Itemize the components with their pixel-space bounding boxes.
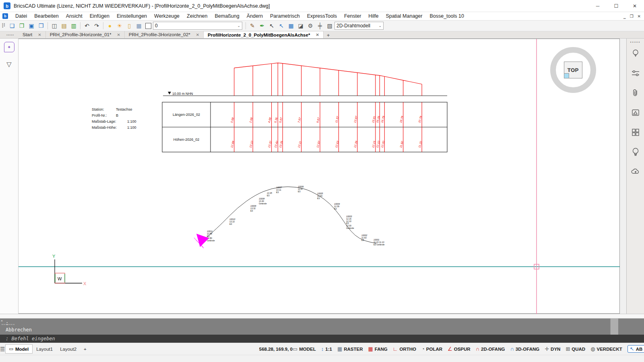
toggle-verdeckt[interactable]: ◍VERDECKT <box>590 346 622 352</box>
toggle-fang[interactable]: ▦FANG <box>368 346 387 352</box>
command-history-panel[interactable]: ✕ ••••••• : Abbrechen <box>0 319 644 335</box>
menu-spatial-manager[interactable]: Spatial Manager <box>382 12 426 20</box>
toggle-1-1[interactable]: ↕1:1 <box>321 346 332 352</box>
view-navigation-wheel[interactable]: TOP <box>550 47 596 93</box>
plan-point-annotation: E3 <box>267 194 269 197</box>
doc-tab[interactable]: PRH_2Profile-3Horizonte_02*✕ <box>125 31 204 38</box>
hatch-icon[interactable]: ◪ <box>296 21 305 30</box>
toggle-polar[interactable]: ◔POLAR <box>421 346 442 352</box>
toggle-quad[interactable]: ⊞QUAD <box>566 346 585 352</box>
attachments-paperclip-icon[interactable] <box>630 87 642 99</box>
menu-expresstools[interactable]: ExpressTools <box>303 12 341 20</box>
mdi-restore-icon[interactable]: ❐ <box>630 14 634 19</box>
layer-dropdown[interactable]: 0⌄ <box>153 22 242 30</box>
layer-print-icon[interactable]: ▦ <box>134 21 143 30</box>
menu-einstellungen[interactable]: Einstellungen <box>113 12 151 20</box>
menu-bearbeiten[interactable]: Bearbeiten <box>31 12 62 20</box>
layer-lock-icon[interactable]: ▯ <box>125 21 134 30</box>
quick-select-icon[interactable]: ↖ <box>277 21 286 30</box>
save-as-icon[interactable]: ❒ <box>37 21 45 30</box>
doc-tab[interactable]: Start✕ <box>19 31 46 38</box>
new-file-icon[interactable]: ❏ <box>8 21 17 30</box>
menu-zeichnen[interactable]: Zeichnen <box>183 12 211 20</box>
menu-ansicht[interactable]: Ansicht <box>62 12 86 20</box>
print-icon[interactable]: ▤ <box>60 21 68 30</box>
structure-table-icon[interactable]: ▦ <box>287 21 295 30</box>
doc-tab[interactable]: PRH_2Profile-3Horizonte_01*✕ <box>46 31 125 38</box>
maximize-button[interactable]: ☐ <box>607 0 625 12</box>
menu-datei[interactable]: Datei <box>12 12 31 20</box>
render-mode-dropdown[interactable]: 2D-Drahtmodell⌄ <box>334 22 384 30</box>
print-preview-icon[interactable]: ◫ <box>50 21 59 30</box>
menu-bosse-tools-10[interactable]: Bosse_tools 10 <box>426 12 467 20</box>
batch-print-icon[interactable]: ▥ <box>69 21 78 30</box>
model-space-icon: ▭ <box>9 346 13 352</box>
minimize-button[interactable]: ─ <box>588 0 607 12</box>
drawing-canvas[interactable]: 10.00 m NHNLängen-2026_02Höhen-2026_020.… <box>19 39 620 314</box>
doc-tab[interactable]: ProfilHorizonte_2_0_PolyMitBoegenAlsAchs… <box>204 31 324 38</box>
close-button[interactable]: ✕ <box>625 0 644 12</box>
match-properties-icon[interactable]: ✎ <box>248 21 257 30</box>
status-bar: ☰ ▭ModelLayout1Layout2 + 568.28, 169.9, … <box>0 343 644 355</box>
sheets-render-icon[interactable] <box>630 107 642 119</box>
toggle-2d-ofang[interactable]: ∩2D-OFANG <box>476 346 505 352</box>
redo-icon[interactable]: ↷ <box>92 21 101 30</box>
menu-hilfe[interactable]: Hilfe <box>365 12 382 20</box>
layout-tab-model[interactable]: ▭Model <box>5 344 33 354</box>
tab-close-icon[interactable]: ✕ <box>38 33 41 37</box>
toggle-ortho[interactable]: ∟ORTHO <box>393 346 416 352</box>
command-panel-grip[interactable]: ••••••• <box>1 324 3 326</box>
layer-thaw-sun-icon[interactable]: ☀ <box>115 21 124 30</box>
menu--ndern[interactable]: Ändern <box>243 12 266 20</box>
tab-close-icon[interactable]: ✕ <box>316 33 319 37</box>
menu-parametrisch[interactable]: Parametrisch <box>266 12 303 20</box>
toggle-model[interactable]: ▭MODEL <box>293 346 316 352</box>
band-value-label: 2.68 <box>249 117 253 123</box>
settings-gear-icon[interactable]: ⚙ <box>306 21 315 30</box>
statusbar-menu-icon[interactable]: ☰ <box>0 346 5 352</box>
properties-sliders-icon[interactable]: ╪ <box>316 21 324 30</box>
ucs-y-label: Y <box>52 254 56 259</box>
toggle-ab[interactable]: ↖AB <box>627 345 644 353</box>
command-panel-close-icon[interactable]: ✕ <box>1 319 3 323</box>
layout-tab-layout1[interactable]: Layout1 <box>33 345 56 353</box>
menu-werkzeuge[interactable]: Werkzeuge <box>151 12 183 20</box>
undo-icon[interactable]: ↶ <box>83 21 91 30</box>
menu-bema-ung[interactable]: Bemaßung <box>211 12 243 20</box>
layer-on-bulb-icon[interactable]: ● <box>105 21 114 30</box>
command-input-line[interactable]: : Befehl eingeben <box>0 335 644 343</box>
toggle-ospur[interactable]: ∠OSPUR <box>448 346 471 352</box>
command-scrollbar[interactable] <box>610 319 618 335</box>
add-layout-button[interactable]: + <box>80 345 90 353</box>
tips-lightbulb-icon[interactable] <box>630 47 642 60</box>
mdi-minimize-icon[interactable]: ‗ <box>623 14 626 19</box>
layout-tab-layout2[interactable]: Layout2 <box>56 345 80 353</box>
tab-close-icon[interactable]: ✕ <box>117 33 120 37</box>
save-icon[interactable]: ▣ <box>27 21 36 30</box>
eyedropper-icon[interactable]: ✒ <box>258 21 266 30</box>
new-tab-button[interactable]: + <box>324 32 333 38</box>
select-cursor-icon[interactable]: ↖ <box>267 21 276 30</box>
settings-sliders-icon[interactable] <box>630 67 642 79</box>
panels-grid-icon[interactable] <box>630 126 642 138</box>
nav-corner[interactable] <box>564 73 569 78</box>
filter-funnel-icon[interactable]: ▽ <box>4 59 14 69</box>
open-file-icon[interactable]: ❐ <box>17 21 26 30</box>
cloud-sync-icon[interactable] <box>630 166 642 178</box>
color-swatch[interactable] <box>145 23 151 29</box>
menu-einf-gen[interactable]: Einfügen <box>86 12 113 20</box>
attach-image-icon[interactable]: ▧ <box>325 21 334 30</box>
bricsys247-balloon-icon[interactable] <box>630 146 642 158</box>
horizontal-scrollbar[interactable] <box>0 314 644 319</box>
toolbar-drag-handle[interactable]: ••••••• <box>2 23 6 28</box>
tabbar-drag-handle[interactable]: ••••• <box>6 33 14 37</box>
tab-close-icon[interactable]: ✕ <box>196 33 199 37</box>
toggle-dyn[interactable]: ✛DYN <box>545 346 560 352</box>
sidebar-drag-handle[interactable]: ••••• <box>630 40 641 44</box>
menu-fenster[interactable]: Fenster <box>341 12 365 20</box>
mdi-close-icon[interactable]: ✕ <box>638 14 641 19</box>
toggle-3d-ofang[interactable]: ∩3D-OFANG <box>510 346 539 352</box>
toggle-raster[interactable]: ▦RASTER <box>337 346 363 352</box>
band-value-label: 5.36 <box>274 117 278 123</box>
ai-assistant-chat-icon[interactable]: ✦ <box>4 42 14 52</box>
